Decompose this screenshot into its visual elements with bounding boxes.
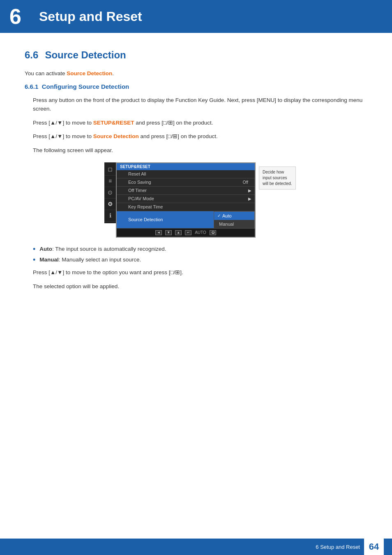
step2-paragraph: Press [▲/▼] to move to SETUP&RESET and p… — [33, 118, 367, 127]
section-title: Source Detection — [45, 49, 126, 61]
final-step2: The selected option will be applied. — [33, 282, 367, 291]
sidebar-icon-settings: ⚙ — [104, 199, 116, 210]
auto-label-bottom: AUTO — [195, 230, 206, 235]
step3-paragraph: Press [▲/▼] to move to Source Detection … — [33, 132, 367, 141]
btn-left: ◄ — [155, 230, 162, 235]
bullet-manual-text: Manual: Manually select an input source. — [39, 256, 141, 264]
sidebar-icon-adjust: ⊙ — [104, 187, 116, 199]
menu-item-key-repeat: Key Repeat Time — [117, 203, 255, 211]
menu-item-pcav-mode: PC/AV Mode ▶ — [117, 195, 255, 203]
step1-text: Press any button on the front of the pro… — [33, 96, 367, 113]
manual-label: Manual — [219, 222, 234, 227]
bullet-item-manual: • Manual: Manually select an input sourc… — [33, 256, 367, 264]
bullet-list: • Auto: The input source is automaticall… — [33, 245, 367, 264]
chapter-number: 6 — [9, 6, 21, 27]
intro-text: You can activate — [25, 70, 67, 76]
btn-up: ▲ — [175, 230, 182, 235]
auto-bold-label: Auto — [39, 246, 52, 252]
intro-paragraph: You can activate Source Detection. — [25, 69, 367, 78]
step4-text: The following screen will appear. — [33, 146, 367, 155]
chapter-number-box: 6 — [0, 0, 31, 33]
submenu-item-manual: Manual — [214, 220, 254, 228]
step3-pre: Press [▲/▼] to move to — [33, 133, 93, 139]
menu-item-eco-saving: Eco Saving Off — [117, 178, 255, 187]
off-timer-arrow: ▶ — [248, 188, 251, 193]
final-step1: Press [▲/▼] to move to the option you wa… — [33, 268, 367, 277]
menu-item-reset-all-label: Reset All — [128, 171, 251, 176]
sidebar-icon-display: □ — [104, 164, 116, 176]
footer-chapter-text: 6 Setup and Reset — [316, 544, 360, 550]
submenu-item-auto: ✓ Auto — [214, 212, 254, 220]
menu-item-reset-all: Reset All — [117, 170, 255, 178]
tooltip-box: Decide how input sources will be detecte… — [259, 166, 296, 190]
btn-enter: ↵ — [185, 230, 191, 235]
tooltip-text: Decide how input sources will be detecte… — [263, 170, 292, 186]
monitor-bottom-bar: ◄ ▼ ▲ ↵ AUTO ⏻ — [117, 229, 255, 237]
footer-page-number: 64 — [364, 539, 384, 555]
menu-item-eco-saving-label: Eco Saving — [128, 180, 243, 185]
menu-item-off-timer: Off Timer ▶ — [117, 187, 255, 195]
manual-bold-label: Manual — [39, 257, 59, 263]
sidebar-icon-info: ℹ — [104, 210, 116, 222]
step2-highlight: SETUP&RESET — [93, 120, 134, 126]
btn-down: ▼ — [165, 230, 172, 235]
subsection-title: Configuring Source Detection — [42, 83, 129, 90]
bullet-dot-manual: • — [33, 256, 35, 264]
submenu-panel: ✓ Auto Manual — [214, 211, 255, 229]
auto-check: ✓ — [217, 213, 221, 218]
subsection-number: 6.6.1 — [25, 83, 38, 90]
main-content: 6.6 Source Detection You can activate So… — [0, 33, 392, 328]
menu-item-key-repeat-label: Key Repeat Time — [128, 204, 251, 209]
menu-item-off-timer-label: Off Timer — [128, 188, 248, 193]
step3-post: and press [□/⊞] on the product. — [139, 133, 218, 139]
auto-label: Auto — [222, 213, 232, 218]
btn-power: ⏻ — [210, 230, 216, 235]
subsection-heading: 6.6.1 Configuring Source Detection — [25, 83, 367, 90]
menu-screen: SETUP&RESET Reset All Eco Saving Off Off… — [116, 162, 256, 238]
bullet-item-auto: • Auto: The input source is automaticall… — [33, 245, 367, 253]
page-footer: 6 Setup and Reset 64 — [0, 539, 392, 555]
step3-highlight: Source Detection — [93, 133, 139, 139]
menu-item-eco-saving-value: Off — [243, 180, 248, 185]
page-header: 6 Setup and Reset — [0, 0, 392, 33]
intro-end: . — [112, 70, 114, 76]
menu-item-source-detection-label: Source Detection — [128, 217, 210, 222]
menu-item-pcav-label: PC/AV Mode — [128, 196, 248, 201]
bullet-auto-text: Auto: The input source is automatically … — [39, 245, 166, 253]
monitor-screenshot: □ ≡ ⊙ ⚙ ℹ SETUP&RESET Reset All Eco Savi… — [33, 162, 367, 238]
menu-header: SETUP&RESET — [117, 163, 255, 170]
step2-post: and press [□/⊞] on the product. — [134, 120, 213, 126]
intro-highlight: Source Detection — [67, 70, 112, 76]
section-number: 6.6 — [25, 49, 38, 61]
section-heading: 6.6 Source Detection — [25, 49, 367, 61]
sidebar-icons: □ ≡ ⊙ ⚙ ℹ — [104, 162, 116, 223]
source-detection-row: Source Detection ✓ Auto Manual — [117, 211, 255, 229]
step2-pre: Press [▲/▼] to move to — [33, 120, 93, 126]
menu-item-source-detection: Source Detection — [117, 211, 214, 229]
monitor-wrapper: □ ≡ ⊙ ⚙ ℹ SETUP&RESET Reset All Eco Savi… — [104, 162, 296, 238]
bullet-dot-auto: • — [33, 245, 35, 253]
sidebar-icon-menu: ≡ — [104, 176, 116, 187]
pcav-arrow: ▶ — [248, 197, 251, 201]
chapter-title: Setup and Reset — [39, 9, 142, 24]
